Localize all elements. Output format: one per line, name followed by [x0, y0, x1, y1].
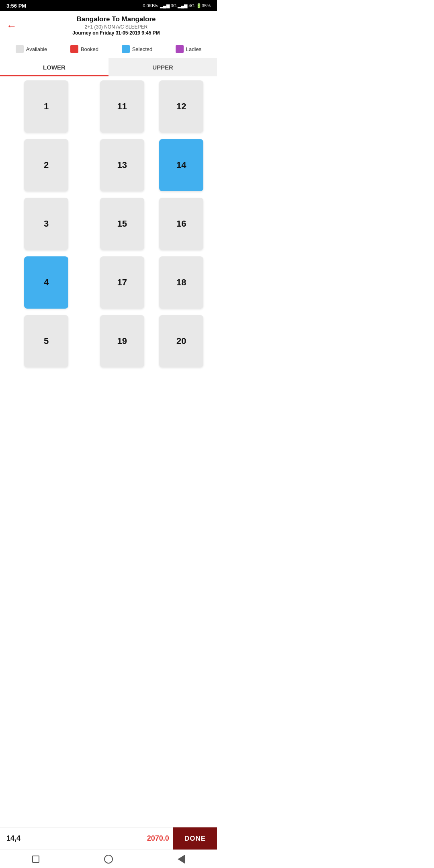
seat-11[interactable]: 11 [100, 80, 144, 133]
ladies-icon [176, 45, 184, 53]
upper-section-row5: 19 20 [94, 315, 209, 367]
seat-5[interactable]: 5 [24, 315, 68, 367]
seat-4[interactable]: 4 [24, 256, 68, 309]
upper-section-row4: 17 18 [94, 256, 209, 309]
upper-section-row3: 15 16 [94, 198, 209, 250]
header-title-block: Bangalore To Mangalore 2+1 (30) NON A/C … [22, 15, 211, 36]
back-button[interactable]: ← [6, 20, 17, 31]
route-title: Bangalore To Mangalore [22, 15, 211, 23]
bus-type: 2+1 (30) NON A/C SLEEPER [22, 24, 211, 30]
lower-section-row1: 1 [8, 80, 84, 133]
signal-strength: ▂▄▆ 3G ▂▄▆ 4G [160, 3, 194, 8]
seat-12[interactable]: 12 [159, 80, 203, 133]
lower-section-row2: 2 [8, 139, 84, 191]
seat-row: 1 11 12 [8, 80, 209, 133]
lower-section-row4: 4 [8, 256, 84, 309]
seat-row: 3 15 16 [8, 198, 209, 250]
seat-14[interactable]: 14 [159, 139, 203, 191]
seat-legend: Available Booked Selected Ladies [0, 40, 217, 58]
tab-lower[interactable]: LOWER [0, 58, 108, 76]
seat-row: 4 17 18 [8, 256, 209, 309]
available-label: Available [26, 46, 47, 52]
seat-3[interactable]: 3 [24, 198, 68, 250]
legend-selected: Selected [122, 45, 153, 53]
available-icon [16, 45, 24, 53]
seat-row: 5 19 20 [8, 315, 209, 367]
battery: 🔋35% [196, 3, 211, 8]
legend-available: Available [16, 45, 47, 53]
seat-20[interactable]: 20 [159, 315, 203, 367]
seat-16[interactable]: 16 [159, 198, 203, 250]
upper-section-row2: 13 14 [94, 139, 209, 191]
header: ← Bangalore To Mangalore 2+1 (30) NON A/… [0, 11, 217, 40]
booked-label: Booked [81, 46, 98, 52]
seat-18[interactable]: 18 [159, 256, 203, 309]
seat-layout: 1 11 12 2 13 14 3 15 16 4 17 18 [0, 76, 217, 382]
status-bar: 3:56 PM 0.0KB/s ▂▄▆ 3G ▂▄▆ 4G 🔋35% [0, 0, 217, 11]
legend-ladies: Ladies [176, 45, 201, 53]
seat-17[interactable]: 17 [100, 256, 144, 309]
booked-icon [70, 45, 78, 53]
berth-tabs: LOWER UPPER [0, 58, 217, 76]
upper-section-row1: 11 12 [94, 80, 209, 133]
seat-15[interactable]: 15 [100, 198, 144, 250]
legend-booked: Booked [70, 45, 98, 53]
status-time: 3:56 PM [6, 3, 26, 9]
journey-date: Journey on Friday 31-05-2019 9:45 PM [22, 30, 211, 36]
network-speed: 0.0KB/s [143, 3, 158, 8]
selected-icon [122, 45, 130, 53]
seat-row: 2 13 14 [8, 139, 209, 191]
seat-13[interactable]: 13 [100, 139, 144, 191]
tab-upper[interactable]: UPPER [108, 58, 217, 76]
seat-19[interactable]: 19 [100, 315, 144, 367]
seat-2[interactable]: 2 [24, 139, 68, 191]
lower-section-row5: 5 [8, 315, 84, 367]
selected-label: Selected [132, 46, 153, 52]
ladies-label: Ladies [186, 46, 201, 52]
seat-1[interactable]: 1 [24, 80, 68, 133]
lower-section-row3: 3 [8, 198, 84, 250]
status-icons: 0.0KB/s ▂▄▆ 3G ▂▄▆ 4G 🔋35% [143, 3, 211, 8]
